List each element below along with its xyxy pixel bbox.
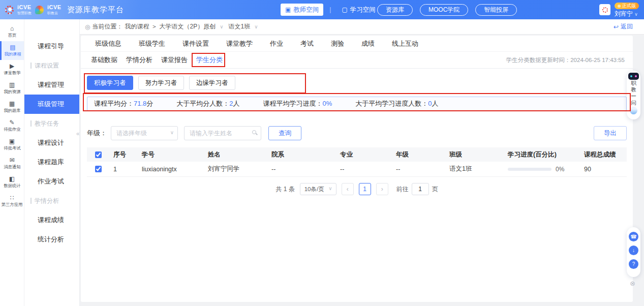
tab-online-interaction[interactable]: 线上互动 (392, 39, 418, 48)
help-icon[interactable]: ? (629, 259, 638, 269)
rail-item-my-resources[interactable]: ▥我的资源 (0, 79, 24, 98)
category-marginal-learners-button[interactable]: 边缘学习者 (189, 76, 235, 90)
breadcrumb-course-select[interactable]: 大学语文（2P）原创 (159, 22, 216, 31)
category-striving-learners-button[interactable]: 努力学习者 (138, 76, 185, 90)
classroom-play-icon: ▶ (10, 63, 14, 70)
teacher-space-label: 教师空间 (293, 6, 319, 14)
category-active-learners-button[interactable]: 积极学习者 (87, 76, 133, 90)
tab-homework[interactable]: 作业 (270, 39, 283, 48)
sidebar-collapse-handle[interactable]: « (76, 130, 80, 137)
logo-secondary-sub: 职教云 (47, 11, 62, 15)
tab-grades[interactable]: 成绩 (361, 39, 375, 48)
header-name: 姓名 (204, 150, 267, 159)
cell-name: 刘宵宁同学 (204, 165, 267, 173)
submenu-item-class-management[interactable]: 班级管理 (24, 95, 79, 114)
user-name-text: 刘宵宁 (615, 10, 633, 17)
floating-toolbar: ☎ ↓ ? (627, 227, 640, 277)
pagination-total: 共 1 条 (275, 185, 294, 194)
select-all-checkbox[interactable] (95, 151, 102, 158)
rail-item-statistics[interactable]: ◧数据统计 (0, 173, 24, 192)
submenu-item-course-question-bank[interactable]: 课程题库 (24, 152, 79, 172)
submenu-item-course-management[interactable]: 课程管理 (24, 75, 79, 95)
goto-suffix: 页 (432, 185, 438, 194)
rail-item-question-bank[interactable]: ▦我的题库 (0, 98, 24, 116)
statistics-icon: ◧ (9, 176, 15, 182)
page-size-select[interactable]: 10条/页 ∨ (300, 183, 336, 195)
rail-item-pending-homework[interactable]: ✎待批作业 (0, 116, 24, 135)
tab-class-students[interactable]: 班级学生 (139, 39, 165, 48)
subtab-class-report[interactable]: 课堂报告 (161, 55, 188, 65)
section-label: 教学任务 (35, 114, 59, 133)
customer-service-icon[interactable]: ☎ (629, 232, 638, 241)
page-size-value[interactable]: 10条/页 (300, 183, 336, 195)
tab-class-info[interactable]: 班级信息 (95, 39, 121, 48)
user-info[interactable]: 正式版 刘宵宁 ∨ (615, 3, 639, 17)
tab-exam[interactable]: 考试 (300, 39, 314, 48)
row-checkbox[interactable] (95, 166, 102, 172)
cell-class: 语文1班 (445, 165, 504, 173)
toolbar-close-icon[interactable]: ⊗ (630, 280, 635, 287)
grade-filter-label: 年级： (87, 129, 107, 138)
chevron-down-icon[interactable]: ∨ (220, 24, 223, 29)
breadcrumb-class-select[interactable]: 语文1班 (229, 22, 251, 31)
export-button[interactable]: 导出 (594, 126, 627, 140)
tab-courseware-settings[interactable]: 课件设置 (182, 39, 209, 48)
rail-item-pending-exams[interactable]: ▣待批考试 (0, 135, 24, 154)
app-icon[interactable] (599, 4, 610, 15)
student-name-input[interactable] (184, 126, 261, 140)
header-student-id: 学号 (138, 150, 204, 159)
query-button[interactable]: 查询 (268, 126, 301, 140)
stat-unit: 人 (233, 100, 240, 107)
chevron-down-icon[interactable]: ∨ (254, 24, 258, 29)
rail-label: 第三方应用 (2, 202, 22, 207)
sub-tabs: 基础数据 学情分析 课堂报告 学生分类 学生分类数据更新时间：2024-06-2… (81, 52, 633, 69)
rail-item-third-party[interactable]: ∷第三方应用 (0, 192, 24, 210)
icve-logo-primary: iCVE 智慧职教 (17, 5, 32, 15)
grade-select-input[interactable] (111, 126, 178, 140)
tab-classroom-teaching[interactable]: 课堂教学 (226, 39, 253, 48)
user-caret-icon: ∨ (634, 12, 638, 17)
resource-library-button[interactable]: 资源库 (377, 4, 413, 16)
category-stats-bar: 课程平均分：71.8分 大于平均分人数：2人 课程平均学习进度：0% 大于平均学… (87, 97, 627, 111)
rail-item-notifications[interactable]: ✉消息通知 (0, 154, 24, 173)
subtab-basic-data[interactable]: 基础数据 (91, 55, 117, 65)
next-page-button[interactable]: › (376, 183, 388, 195)
prev-page-button[interactable]: ‹ (342, 183, 354, 195)
zhijiao-assistant-widget[interactable]: 职 教 一 问 (627, 71, 640, 119)
header-class: 班级 (445, 150, 504, 159)
goto-page-input[interactable] (412, 183, 429, 195)
back-icon: ↩ (614, 23, 619, 30)
space-nav: ▣ 教师空间 | ▢ 学习空间 (281, 0, 380, 19)
stat-unit: 分 (146, 100, 153, 107)
learning-space-button[interactable]: ▢ 学习空间 (337, 4, 380, 16)
breadcrumb-my-courses[interactable]: 我的课程 (125, 22, 149, 31)
submenu-item-course-design[interactable]: 课程设计 (24, 133, 79, 152)
submenu-item-course-grades[interactable]: 课程成绩 (24, 210, 79, 230)
rail-item-home[interactable]: ⌂首页 (0, 22, 24, 41)
tab-quiz[interactable]: 测验 (331, 39, 344, 48)
location-icon: ◎ (85, 23, 90, 30)
back-button[interactable]: ↩ 返回 (614, 22, 633, 31)
page-1-button[interactable]: 1 (359, 183, 371, 195)
logo-primary-name: iCVE (17, 5, 32, 10)
user-name[interactable]: 刘宵宁 ∨ (615, 11, 638, 17)
smart-casting-button[interactable]: 智能投屏 (475, 4, 517, 16)
student-name-search[interactable] (184, 126, 261, 140)
header-total-score: 课程总成绩 (580, 150, 627, 159)
assistant-char: 职 (631, 80, 636, 86)
assistant-char: 教 (631, 86, 636, 93)
submenu-item-course-guide[interactable]: 课程引导 (24, 37, 79, 56)
submenu-item-statistical-analysis[interactable]: 统计分析 (24, 230, 79, 249)
mooc-college-button[interactable]: MOOC学院 (420, 4, 468, 16)
subtab-student-classification[interactable]: 学生分类 (196, 55, 223, 65)
download-icon[interactable]: ↓ (629, 246, 638, 255)
rail-item-classroom-teaching[interactable]: ▶课堂教学 (0, 60, 24, 79)
header-progress: 学习进度(百分比) (504, 150, 580, 159)
subtab-learning-analysis[interactable]: 学情分析 (126, 55, 152, 65)
grade-select[interactable]: ∨ (111, 126, 178, 140)
teacher-space-button[interactable]: ▣ 教师空间 (281, 4, 323, 16)
submenu-item-homework-exam[interactable]: 作业考试 (24, 172, 79, 191)
rail-item-my-courses[interactable]: ▤我的课程 (0, 41, 24, 60)
stat-label: 大于平均学习进度人数： (355, 100, 428, 107)
header-department: 院系 (267, 150, 336, 159)
